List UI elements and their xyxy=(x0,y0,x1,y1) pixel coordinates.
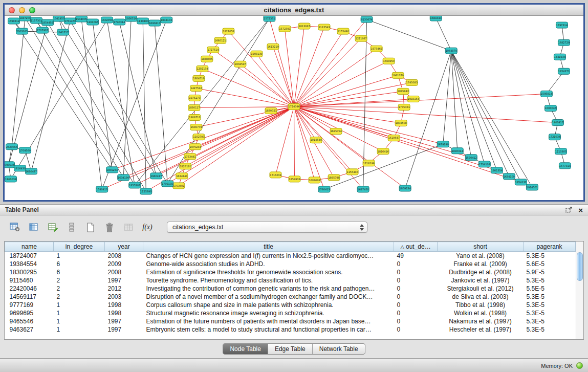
graph-edge[interactable] xyxy=(275,106,294,174)
graph-node[interactable]: 1261065 xyxy=(87,19,99,25)
table-row[interactable]: 946554611997Estimation of the future num… xyxy=(5,317,576,325)
table-cell[interactable]: Tourette syndrome. Phenomenology and cla… xyxy=(143,276,394,285)
table-cell[interactable]: Franke et al. (2009) xyxy=(438,260,524,268)
graph-edge[interactable] xyxy=(451,51,532,187)
graph-edge[interactable] xyxy=(107,20,135,185)
table-cell[interactable]: 1997 xyxy=(105,276,143,285)
graph-node[interactable]: 1660121 xyxy=(214,37,226,43)
graph-edge[interactable] xyxy=(451,51,458,151)
graph-node[interactable]: 1734109 xyxy=(478,161,490,167)
table-cell[interactable]: 0 xyxy=(394,285,438,293)
graph-node[interactable]: 1716204 xyxy=(270,172,281,178)
graph-node[interactable]: 1707907 xyxy=(37,27,49,33)
table-cell[interactable]: 5.3E-5 xyxy=(524,309,576,317)
graph-edge[interactable] xyxy=(135,18,269,185)
table-cell[interactable]: Yano et al. (2008) xyxy=(438,252,524,260)
graph-node[interactable]: 1915154 xyxy=(407,96,419,102)
graph-edge[interactable] xyxy=(48,23,146,191)
graph-node[interactable]: 1634141 xyxy=(176,173,188,179)
graph-node[interactable]: 1901234 xyxy=(106,167,118,173)
graph-node[interactable]: 1155446 xyxy=(346,169,358,175)
tab-network-table[interactable]: Network Table xyxy=(312,344,365,354)
graph-node[interactable]: 1830117 xyxy=(188,104,200,111)
graph-node[interactable]: 1809234 xyxy=(399,185,411,191)
table-row[interactable]: 977716911998Corpus callosum shape and si… xyxy=(5,301,576,309)
graph-node[interactable]: 1534035 xyxy=(76,16,88,22)
table-cell[interactable]: 2008 xyxy=(105,268,143,276)
graph-node[interactable]: 1157301 xyxy=(31,17,42,24)
graph-node[interactable]: 1816430 xyxy=(14,165,26,171)
table-row[interactable]: 1456911722003Disruption of a novel membe… xyxy=(5,293,576,301)
table-cell[interactable]: 49 xyxy=(394,252,438,260)
graph-node[interactable]: 1804508 xyxy=(395,120,407,126)
graph-node[interactable]: 1216196 xyxy=(363,160,375,166)
table-cell[interactable]: 1 xyxy=(54,309,105,317)
graph-node[interactable]: 1753441 xyxy=(184,154,196,160)
graph-edge[interactable] xyxy=(119,22,156,176)
table-cell[interactable]: 9465546 xyxy=(5,317,54,325)
table-cell[interactable]: Estimation of significance thresholds fo… xyxy=(143,268,394,276)
graph-edge[interactable] xyxy=(451,51,509,177)
table-cell[interactable]: Dudbridge et al. (2008) xyxy=(438,268,524,276)
table-cell[interactable]: Hescheler et al. (1997) xyxy=(438,325,524,334)
graph-node[interactable]: 1487200 xyxy=(19,16,31,21)
delete-icon[interactable] xyxy=(103,221,116,234)
table-cell[interactable]: 5.3E-5 xyxy=(524,293,576,301)
graph-node[interactable]: 1745083 xyxy=(406,79,418,85)
graph-edge[interactable] xyxy=(547,71,564,94)
graph-node[interactable]: 1690437 xyxy=(26,168,37,174)
graph-node[interactable]: 1797314 xyxy=(556,22,568,28)
graph-node[interactable]: 1908139 xyxy=(251,51,263,57)
minimize-window-icon[interactable] xyxy=(19,7,25,13)
table-cell[interactable]: 9463627 xyxy=(5,325,54,334)
table-cell[interactable]: 9115460 xyxy=(5,276,54,285)
table-cell[interactable]: 2009 xyxy=(105,260,143,268)
graph-edge[interactable] xyxy=(81,19,102,189)
column-header-in_degree[interactable]: in_degree xyxy=(54,242,105,252)
graph-node[interactable]: 1961379 xyxy=(392,72,404,78)
zoom-window-icon[interactable] xyxy=(29,7,35,13)
column-header-name[interactable]: name xyxy=(5,242,54,252)
table-row[interactable]: 946362711997Embryonic stem cells: a mode… xyxy=(5,325,576,334)
table-cell[interactable]: Structural magnetic resonance image aver… xyxy=(143,309,394,317)
graph-node[interactable]: 1854132 xyxy=(515,179,527,185)
float-panel-icon[interactable] xyxy=(565,207,572,213)
graph-edge[interactable] xyxy=(123,106,294,177)
graph-node[interactable]: 1844103 xyxy=(161,17,172,23)
table-cell[interactable]: Disruption of a novel member of a sodium… xyxy=(143,293,394,301)
graph-edge[interactable] xyxy=(294,26,304,106)
graph-node[interactable]: 1634100 xyxy=(503,173,515,180)
graph-node[interactable]: 1721034 xyxy=(549,134,560,140)
graph-node[interactable]: 1441934 xyxy=(554,54,565,60)
graph-node[interactable]: 1609699 xyxy=(309,177,320,183)
graph-edge[interactable] xyxy=(31,21,70,171)
graph-node[interactable]: 1595814 xyxy=(540,91,552,97)
table-cell[interactable]: 2 xyxy=(54,293,105,301)
close-panel-icon[interactable]: × xyxy=(578,206,583,214)
column-header-out_de[interactable]: △out_de… xyxy=(394,242,438,252)
table-cell[interactable]: de Silva et al. (2003) xyxy=(438,293,524,301)
table-cell[interactable]: 5.3E-5 xyxy=(524,301,576,309)
graph-node[interactable]: 1895798 xyxy=(328,174,340,181)
graph-node[interactable]: 1130483 xyxy=(137,18,149,24)
table-cell[interactable]: 18724007 xyxy=(5,252,54,260)
graph-node[interactable]: 1690417 xyxy=(149,20,161,26)
graph-node[interactable]: 1590412 xyxy=(465,155,477,161)
graph-node[interactable]: 1677314 xyxy=(559,163,571,169)
table-cell[interactable]: 2 xyxy=(54,285,105,293)
graph-node[interactable]: 1924501 xyxy=(526,184,538,190)
graph-node[interactable]: 1740314 xyxy=(114,19,125,25)
table-row[interactable]: 2242004622012Investigating the contribut… xyxy=(5,285,576,293)
import-table-icon[interactable] xyxy=(122,221,135,234)
table-cell[interactable]: Changes of HCN gene expression and I(f) … xyxy=(143,252,394,260)
graph-node[interactable]: 2003165 xyxy=(16,28,28,34)
table-row[interactable]: 911546021997Tourette syndrome. Phenomeno… xyxy=(5,276,576,285)
graph-node[interactable]: 1960417 xyxy=(150,173,162,179)
table-settings-icon[interactable] xyxy=(8,221,21,234)
graph-edge[interactable] xyxy=(294,106,404,107)
table-row[interactable]: 969969511998Structural magnetic resonanc… xyxy=(5,309,576,317)
graph-node[interactable]: 1681643 xyxy=(430,16,442,21)
graph-node[interactable]: 1854932 xyxy=(289,176,300,182)
table-cell[interactable]: 19384554 xyxy=(5,260,54,268)
graph-node[interactable]: 1695754 xyxy=(330,128,342,135)
